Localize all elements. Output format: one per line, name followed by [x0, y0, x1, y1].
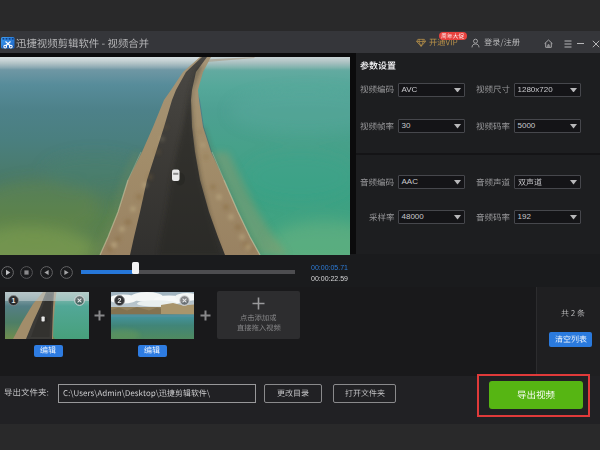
svg-text:1: 1 [11, 297, 15, 304]
svg-text:2: 2 [117, 297, 121, 304]
